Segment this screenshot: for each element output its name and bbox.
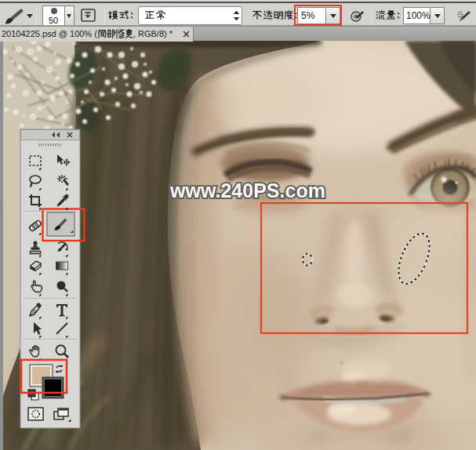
svg-text:50: 50: [49, 16, 58, 25]
